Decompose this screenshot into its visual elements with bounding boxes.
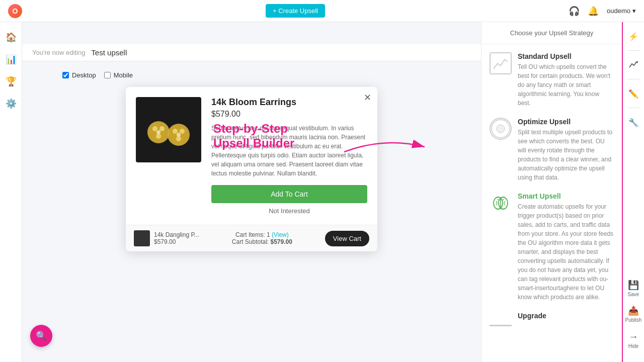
smart-upsell-desc: Create automatic upsells for your trigge…	[518, 202, 614, 302]
left-sidebar: 🏠 📊 🏆 ⚙️	[0, 22, 22, 362]
logo: O	[8, 4, 22, 18]
editing-bar: You're now editing Test upsell	[22, 44, 481, 61]
svg-rect-13	[491, 53, 511, 73]
product-price: $579.00	[211, 110, 367, 119]
cart-summary: Cart Items: 1 (View) Cart Subtotal: $579…	[232, 231, 292, 245]
modal-close-button[interactable]: ✕	[364, 92, 371, 103]
svg-point-2	[152, 126, 157, 131]
cart-item: 14k Dangling P... $579.00	[134, 230, 199, 246]
publish-label: Publish	[625, 317, 642, 323]
not-interested-link[interactable]: Not Interested	[211, 207, 367, 215]
username-label: oudemo	[607, 7, 630, 15]
cart-items-count: Cart Items: 1 (View)	[232, 231, 292, 238]
sidebar-item-rewards[interactable]: 🏆	[2, 72, 20, 90]
hide-icon: →	[628, 331, 638, 342]
chart-icon	[491, 53, 511, 73]
desktop-toggle[interactable]: Desktop	[62, 71, 96, 79]
right-panel-content: Standard Upsell Tell OU which upsells co…	[481, 44, 622, 362]
upgrade-icon	[490, 312, 512, 334]
svg-point-3	[159, 126, 165, 131]
bell-icon[interactable]: 🔔	[588, 6, 599, 17]
modal-product: 14k Bloom Earrings $579.00 Sed in metus …	[136, 97, 367, 215]
svg-point-10	[176, 136, 181, 141]
svg-point-4	[156, 134, 161, 139]
right-toolbar: ⚡ ✏️ 🔧 💾 Save 📤 Publish → Hide	[622, 22, 644, 362]
upgrade-title: Upgrade	[518, 312, 614, 320]
edit-icon[interactable]: ✏️	[624, 84, 642, 103]
modal-wrapper: ✕	[126, 87, 377, 251]
cart-thumbnail	[134, 230, 150, 246]
desktop-label: Desktop	[72, 71, 96, 79]
svg-point-8	[173, 129, 178, 134]
product-image	[136, 97, 201, 162]
main-content: You're now editing Test upsell Desktop M…	[22, 44, 481, 362]
save-label: Save	[628, 292, 639, 297]
hide-action[interactable]: → Hide	[625, 328, 642, 352]
preview-area: Desktop Mobile ✕	[22, 61, 481, 362]
earrings-image	[141, 102, 196, 157]
trend-icon[interactable]	[624, 56, 642, 74]
strategy-standard[interactable]: Standard Upsell Tell OU which upsells co…	[490, 52, 614, 108]
toolbar-divider-3	[627, 108, 639, 108]
product-modal: ✕	[126, 87, 377, 251]
search-icon: 🔍	[36, 330, 47, 341]
add-to-cart-button[interactable]: Add To Cart	[211, 185, 367, 203]
cart-item-price: $579.00	[154, 238, 199, 245]
mobile-checkbox[interactable]	[104, 72, 111, 78]
view-cart-button[interactable]: View Cart	[325, 231, 369, 246]
desktop-checkbox[interactable]	[62, 72, 69, 78]
strategy-upgrade[interactable]: Upgrade	[490, 312, 614, 334]
device-toggle: Desktop Mobile	[62, 71, 133, 79]
nav-left: O	[8, 4, 22, 18]
sidebar-item-settings[interactable]: ⚙️	[2, 95, 20, 113]
toolbar-divider-2	[627, 79, 639, 79]
publish-icon: 📤	[628, 305, 639, 316]
lightning-icon[interactable]: ⚡	[624, 27, 642, 45]
optimize-upsell-info: Optimize Upsell Split test multiple upse…	[518, 118, 614, 182]
svg-point-5	[156, 130, 160, 134]
cart-item-name: 14k Dangling P...	[154, 231, 199, 238]
svg-point-15	[497, 125, 505, 133]
publish-action[interactable]: 📤 Publish	[622, 302, 644, 326]
right-panel: Choose your Upsell Strategy Standard Ups…	[481, 22, 622, 362]
svg-point-11	[177, 133, 181, 137]
toolbar-bottom-actions: 💾 Save 📤 Publish → Hide	[622, 277, 644, 357]
top-nav: O + Create Upsell 🎧 🔔 oudemo ▾	[0, 0, 644, 22]
product-details: 14k Bloom Earrings $579.00 Sed in metus …	[211, 97, 367, 215]
sidebar-item-home[interactable]: 🏠	[2, 28, 20, 46]
headphone-icon[interactable]: 🎧	[569, 6, 580, 17]
cart-subtotal: Cart Subtotal: $579.00	[232, 238, 292, 245]
editing-label: You're now editing	[32, 49, 85, 56]
standard-upsell-desc: Tell OU which upsells convert the best f…	[518, 62, 614, 108]
create-upsell-button[interactable]: + Create Upsell	[266, 4, 325, 18]
optimize-icon	[491, 119, 511, 139]
search-fab-button[interactable]: 🔍	[30, 325, 52, 347]
modal-body: 14k Bloom Earrings $579.00 Sed in metus …	[126, 87, 377, 225]
svg-point-9	[180, 129, 185, 134]
standard-upsell-title: Standard Upsell	[518, 52, 614, 60]
standard-upsell-icon	[490, 52, 512, 74]
save-icon: 💾	[628, 280, 639, 291]
toolbar-divider-1	[627, 50, 639, 51]
mobile-label: Mobile	[114, 71, 133, 79]
upgrade-info: Upgrade	[518, 312, 614, 322]
mobile-toggle[interactable]: Mobile	[104, 71, 133, 79]
strategy-optimize[interactable]: Optimize Upsell Split test multiple upse…	[490, 118, 614, 182]
product-description: Sed in metus nec dui consequat vestibulu…	[211, 124, 367, 178]
sidebar-item-analytics[interactable]: 📊	[2, 50, 20, 68]
hide-label: Hide	[628, 343, 639, 349]
right-panel-header: Choose your Upsell Strategy	[481, 22, 622, 44]
cart-footer: 14k Dangling P... $579.00 Cart Items: 1 …	[126, 225, 377, 251]
brain-icon	[490, 192, 512, 214]
save-action[interactable]: 💾 Save	[625, 277, 642, 300]
editing-title: Test upsell	[91, 48, 127, 57]
tools-icon[interactable]: 🔧	[624, 113, 642, 131]
chevron-down-icon: ▾	[632, 7, 636, 15]
strategy-smart[interactable]: Smart Upsell Create automatic upsells fo…	[490, 192, 614, 302]
user-menu[interactable]: oudemo ▾	[607, 7, 636, 15]
smart-upsell-info: Smart Upsell Create automatic upsells fo…	[518, 192, 614, 302]
nav-right: 🎧 🔔 oudemo ▾	[569, 6, 636, 17]
standard-upsell-info: Standard Upsell Tell OU which upsells co…	[518, 52, 614, 108]
smart-upsell-title: Smart Upsell	[518, 192, 614, 200]
cart-view-link[interactable]: (View)	[272, 231, 289, 238]
